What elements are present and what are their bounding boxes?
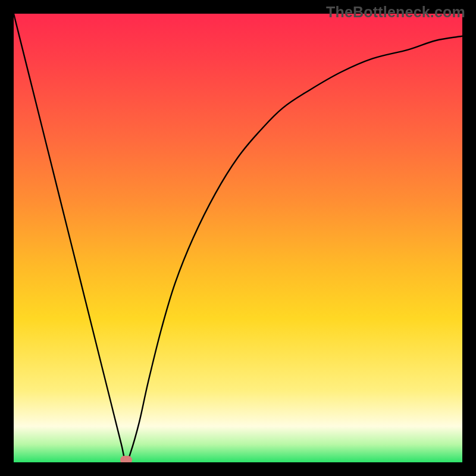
chart-container: TheBottleneck.com [0,0,476,476]
watermark-text: TheBottleneck.com [326,4,465,21]
plot-area [14,14,462,462]
bottleneck-curve [14,14,462,462]
optimal-point-marker [120,456,132,462]
